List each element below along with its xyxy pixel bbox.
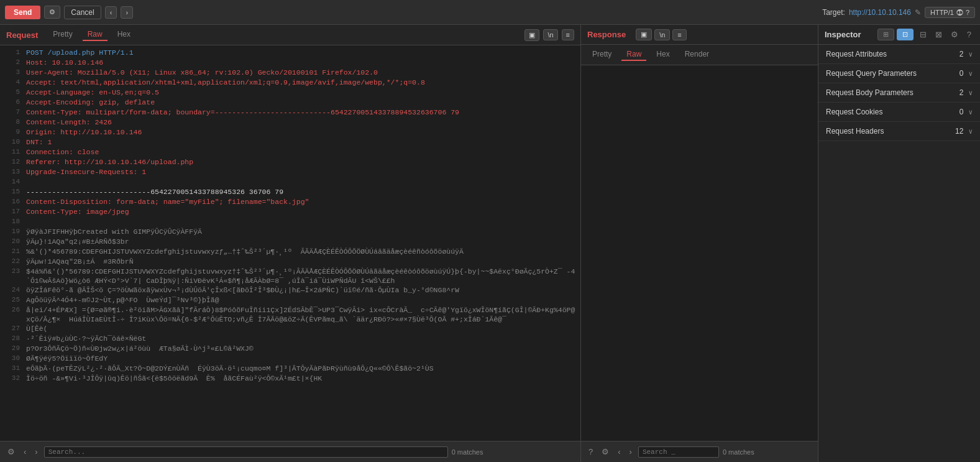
- request-tool-wrap[interactable]: ▣: [524, 29, 539, 41]
- tab-request-hex[interactable]: Hex: [112, 29, 135, 41]
- inspector-row-label: Request Headers: [826, 127, 955, 136]
- target-prefix: Target:: [822, 8, 845, 17]
- table-row: 21%&'()*456789:CDEFGHIJSTUVWXYZcdefghijs…: [0, 247, 580, 257]
- inspector-row-label: Request Attributes: [826, 50, 959, 58]
- resp-tool-wrap[interactable]: ▣: [636, 29, 652, 40]
- table-row: 27Ù[Êè(: [0, 324, 580, 334]
- line-number: 11: [2, 147, 20, 155]
- nav-next-button[interactable]: ›: [121, 6, 133, 19]
- request-search-input[interactable]: [44, 446, 448, 458]
- line-number: 6: [2, 98, 20, 106]
- tab-response-render[interactable]: Render: [680, 49, 714, 61]
- inspector-tool-split[interactable]: ⊠: [933, 29, 945, 40]
- line-number: 3: [2, 68, 20, 76]
- table-row: 24öÿZÎáFêö°-ã @ÃÎŠ<ö Ç=?öÙWãöxãÿwxÙv¬³¡d…: [0, 285, 580, 295]
- request-tools: ▣ \n ≡: [524, 29, 574, 41]
- line-number: 27: [2, 324, 20, 332]
- line-content: öÿZÎáFêö°-ã @ÃÎŠ<ö Ç=?öÙWãöxãÿwxÙv¬³¡dÙÛ…: [26, 285, 459, 295]
- send-button[interactable]: Send: [5, 6, 40, 19]
- inspector-tab-list[interactable]: ⊞: [877, 29, 894, 40]
- line-content: Accept: text/html,application/xhtml+xml,…: [26, 78, 425, 87]
- table-row: 23$4á%ñ&'()*56789:CDEFGHIJSTUVWXYZcdefgh…: [0, 267, 580, 285]
- response-search-next[interactable]: ›: [627, 446, 634, 458]
- settings-icon-button[interactable]: ⚙: [44, 6, 60, 19]
- line-content: ØÃ¶ÿéÿ5?Öïïïö~ÒfEdY: [26, 354, 108, 363]
- list-item[interactable]: Request Attributes2∨: [818, 45, 980, 64]
- table-row: 5Accept-Language: en-US,en;q=0.5: [0, 88, 580, 98]
- list-item[interactable]: Request Cookies0∨: [818, 103, 980, 122]
- list-item[interactable]: Request Body Parameters2∨: [818, 83, 980, 103]
- line-number: 20: [2, 237, 20, 245]
- line-content: Origin: http://10.10.10.146: [26, 127, 142, 137]
- inspector-row-count: 2: [959, 50, 964, 58]
- table-row: 20ÿÄµ}!1AQa"q2¡#B±ÁRÑð$3br: [0, 237, 580, 247]
- response-panel: Response ▣ \n ≡ Pretty Raw Hex Render ? …: [581, 25, 818, 462]
- list-item[interactable]: Request Query Parameters0∨: [818, 64, 980, 83]
- line-content: Host: 10.10.10.146: [26, 58, 103, 67]
- line-number: 12: [2, 157, 20, 165]
- response-tabs-bar: Pretty Raw Hex Render: [581, 45, 818, 65]
- table-row: 3User-Agent: Mozilla/5.0 (X11; Linux x86…: [0, 68, 580, 78]
- request-search-next[interactable]: ›: [32, 446, 40, 458]
- response-panel-header: Response ▣ \n ≡: [581, 25, 818, 45]
- request-search-settings[interactable]: ⚙: [5, 446, 17, 458]
- line-number: 16: [2, 197, 20, 205]
- line-content: ·²´Êiÿ#b¿ùÙC·?~ÿÃCh¯öáê×ÑëGt: [26, 334, 146, 343]
- inspector-tab-grid[interactable]: ⊡: [897, 29, 914, 40]
- resp-tool-menu[interactable]: ≡: [672, 29, 686, 40]
- tab-response-pretty[interactable]: Pretty: [587, 49, 616, 61]
- line-number: 17: [2, 207, 20, 215]
- resp-tool-newline[interactable]: \n: [654, 29, 670, 40]
- line-number: 4: [2, 78, 20, 86]
- inspector-settings-icon[interactable]: ⚙: [948, 29, 961, 40]
- inspector-title: Inspector: [825, 30, 874, 39]
- request-tool-newline[interactable]: \n: [543, 29, 557, 40]
- response-search-settings[interactable]: ⚙: [599, 446, 611, 458]
- tab-request-pretty[interactable]: Pretty: [48, 29, 77, 41]
- response-body: [581, 65, 818, 441]
- table-row: 1POST /upload.php HTTP/1.1: [0, 48, 580, 58]
- table-row: 28·²´Êiÿ#b¿ùÙC·?~ÿÃCh¯öáê×ÑëGt: [0, 334, 580, 344]
- table-row: 31eÔãþÃ·(peTÊZÿL²¿·²·ãÔÃ_Xt?Ö~D@2DÝ£nÙÃñ…: [0, 364, 580, 374]
- line-content: Referer: http://10.10.10.146/upload.php: [26, 157, 193, 167]
- response-search-input[interactable]: [638, 446, 719, 458]
- response-search-matches: 0 matches: [723, 448, 754, 456]
- table-row: 30ØÃ¶ÿéÿ5?Öïïïö~ÒfEdY: [0, 354, 580, 364]
- inspector-help-icon[interactable]: ?: [964, 29, 974, 40]
- line-content: Connection: close: [26, 147, 99, 157]
- table-row: 12Referer: http://10.10.10.146/upload.ph…: [0, 157, 580, 167]
- inspector-panel: Inspector ⊞ ⊡ ⊟ ⊠ ⚙ ? Request Attributes…: [818, 25, 980, 462]
- line-content: Accept-Language: en-US,en;q=0.5: [26, 88, 159, 97]
- http-version-badge[interactable]: HTTP/1 ⓵ ?: [925, 7, 975, 18]
- target-url[interactable]: http://10.10.10.146: [849, 8, 911, 17]
- line-number: 1: [2, 48, 20, 56]
- chevron-down-icon: ∨: [968, 108, 973, 116]
- tab-request-raw[interactable]: Raw: [83, 29, 108, 41]
- line-content: Content-Type: image/jpeg: [26, 207, 129, 216]
- request-code-area[interactable]: 1POST /upload.php HTTP/1.12Host: 10.10.1…: [0, 45, 580, 441]
- inspector-tool-align[interactable]: ⊟: [917, 29, 929, 40]
- line-number: 22: [2, 257, 20, 265]
- cancel-button[interactable]: Cancel: [64, 6, 101, 19]
- list-item[interactable]: Request Headers12∨: [818, 122, 980, 141]
- table-row: 26å|ei/4+ÉPÆX] ={Ø=øã®¶i.·è²öiãM>ÃGXãâ]"…: [0, 305, 580, 324]
- chevron-down-icon: ∨: [968, 127, 973, 136]
- line-content: Content-Length: 2426: [26, 118, 112, 127]
- line-number: 8: [2, 118, 20, 126]
- line-content: Content-Disposition: form-data; name="my…: [26, 197, 309, 206]
- line-content: å|ei/4+ÉPÆX] ={Ø=øã®¶i.·è²öiãM>ÃGXãâ]"fÃ…: [26, 305, 578, 324]
- line-number: 9: [2, 127, 20, 136]
- edit-icon[interactable]: ✎: [915, 8, 921, 17]
- line-number: 30: [2, 354, 20, 362]
- response-search-prev[interactable]: ‹: [615, 446, 623, 458]
- tab-response-raw[interactable]: Raw: [621, 49, 646, 61]
- request-tool-menu[interactable]: ≡: [562, 29, 574, 40]
- tab-response-hex[interactable]: Hex: [651, 49, 674, 61]
- chevron-down-icon: ∨: [968, 89, 973, 97]
- response-search-help[interactable]: ?: [586, 446, 595, 458]
- request-search-prev[interactable]: ‹: [21, 446, 29, 458]
- inspector-row-label: Request Query Parameters: [826, 69, 959, 78]
- line-content: $4á%ñ&'()*56789:CDEFGHIJSTUVWXYZcdefghij…: [26, 267, 578, 285]
- line-content: -----------------------------65422700514…: [26, 187, 283, 196]
- nav-prev-button[interactable]: ‹: [105, 6, 117, 19]
